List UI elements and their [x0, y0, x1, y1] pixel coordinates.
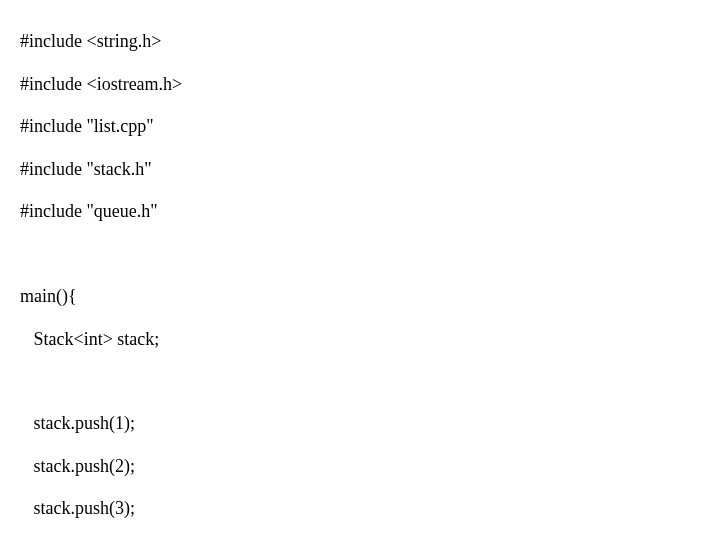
include-line: #include "stack.h" [20, 159, 720, 180]
push-line: stack.push(2); [20, 456, 720, 477]
push-line: stack.push(3); [20, 498, 720, 519]
blank-line [20, 244, 720, 265]
stack-decl: Stack<int> stack; [20, 329, 720, 350]
include-line: #include <iostream.h> [20, 74, 720, 95]
include-line: #include <string.h> [20, 31, 720, 52]
include-line: #include "list.cpp" [20, 116, 720, 137]
include-line: #include "queue.h" [20, 201, 720, 222]
code-listing: #include <string.h> #include <iostream.h… [0, 0, 720, 540]
main-open: main(){ [20, 286, 720, 307]
blank-line [20, 371, 720, 392]
push-line: stack.push(1); [20, 413, 720, 434]
